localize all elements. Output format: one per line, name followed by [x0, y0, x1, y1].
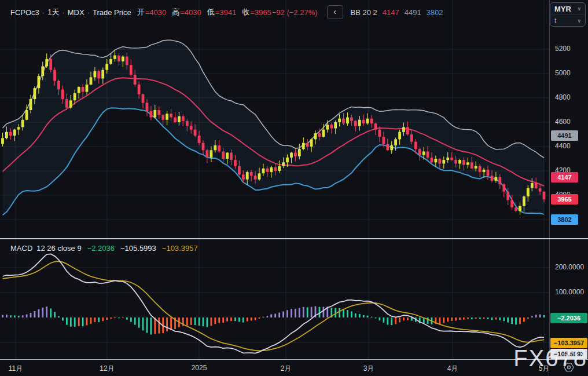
- bb-basis-value: 4147: [383, 8, 399, 17]
- close-label: 收: [242, 7, 249, 17]
- currency-value: MYR: [554, 5, 571, 13]
- high-value: =4030: [180, 8, 201, 17]
- time-tick: 12月: [100, 364, 114, 374]
- time-tick: 11月: [9, 364, 23, 374]
- chevron-down-icon: ∨: [577, 6, 581, 12]
- unit-value: t: [554, 17, 556, 25]
- symbol-name: FCPOc3: [10, 8, 39, 17]
- bb-upper-value: 4491: [405, 8, 421, 17]
- macd-hist-badge: −2.2036: [550, 313, 587, 323]
- separator-dot: ·: [62, 8, 64, 17]
- open-label: 开: [137, 7, 145, 17]
- hexagon-dot-icon: [563, 361, 575, 374]
- price-tick: 5000: [550, 69, 588, 77]
- trading-chart-app: FCPOc3 · 1天 · MDX · Trade Price 开 =4030 …: [0, 0, 588, 376]
- last-price-badge: 3965: [551, 194, 578, 205]
- macd-signal-value: −103.3957: [162, 244, 198, 253]
- price-axis[interactable]: 5200 5000 4800 4600 4400 4200 4000 200.0…: [549, 0, 588, 359]
- pane-separator[interactable]: [0, 238, 588, 239]
- currency-selector: MYR ∨ t ∨: [550, 2, 586, 27]
- time-tick: 2025: [192, 364, 207, 372]
- chevron-down-icon: ∨: [577, 18, 581, 24]
- collapse-button[interactable]: ‹: [327, 5, 343, 19]
- price-tick: 5200: [550, 45, 588, 53]
- price-tick: 4800: [550, 93, 588, 101]
- corner-menu-button[interactable]: [563, 361, 579, 375]
- macd-axis-tick: 100.0000: [550, 288, 588, 296]
- macd-params: 12 26 close 9: [36, 244, 81, 253]
- bb-indicator-label: BB 20 2: [351, 8, 377, 17]
- currency-dropdown[interactable]: MYR ∨: [550, 3, 585, 15]
- chart-canvas[interactable]: [0, 0, 549, 359]
- macd-label: MACD: [10, 244, 32, 253]
- macd-line-value: −105.5993: [120, 244, 156, 253]
- macd-signal-badge: −103.3957: [550, 338, 587, 348]
- bb-basis-badge: 4147: [551, 172, 578, 182]
- bb-lower-badge: 3802: [551, 214, 578, 225]
- low-label: 低: [207, 7, 215, 17]
- low-value: =3941: [215, 8, 237, 17]
- chevron-left-icon: ‹: [333, 7, 336, 16]
- exchange-label: MDX: [68, 8, 84, 17]
- macd-header: MACD 12 26 close 9 −2.2036 −105.5993 −10…: [10, 244, 198, 253]
- axis-corner-divider: [549, 360, 549, 376]
- time-axis[interactable]: 11月 12月 2025 2月 3月 4月 5月: [0, 359, 588, 376]
- high-label: 高: [172, 7, 179, 17]
- close-value: =3965: [250, 8, 271, 17]
- time-tick: 4月: [447, 364, 458, 374]
- bb-upper-badge: 4491: [551, 130, 578, 141]
- unit-dropdown[interactable]: t ∨: [550, 15, 585, 27]
- time-tick: 2月: [281, 364, 292, 374]
- separator-dot: ·: [42, 8, 45, 17]
- price-tick: 4400: [550, 142, 588, 150]
- macd-axis-tick: 200.0000: [550, 263, 588, 271]
- time-tick: 5月: [539, 364, 550, 374]
- bb-lower-value: 3802: [427, 8, 443, 17]
- separator-dot: ·: [87, 8, 90, 17]
- macd-line-badge: −105.5993: [550, 349, 587, 359]
- change-value: −92 (−2.27%): [272, 8, 318, 17]
- price-tick: 4600: [550, 118, 588, 126]
- macd-hist-value: −2.2036: [87, 244, 115, 253]
- symbol-header: FCPOc3 · 1天 · MDX · Trade Price 开 =4030 …: [10, 5, 443, 19]
- interval-label: 1天: [47, 7, 59, 17]
- open-value: =4030: [145, 8, 167, 17]
- time-tick: 3月: [363, 364, 374, 374]
- series-type-label: Trade Price: [93, 8, 131, 17]
